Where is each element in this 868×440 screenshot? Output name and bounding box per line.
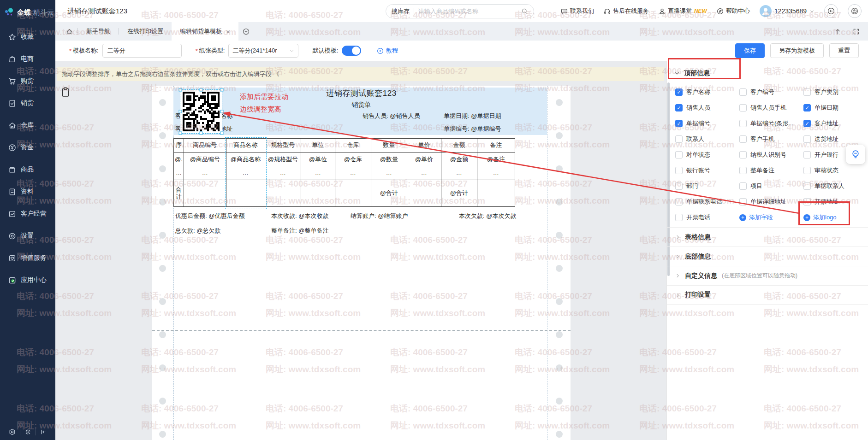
tab-1[interactable]: 新手导航 <box>78 22 119 41</box>
field-checkbox[interactable]: 单据详细地址 <box>739 198 803 206</box>
doc-footer-field[interactable]: 整单备注: @整单备注 <box>271 227 328 235</box>
scroll-top-icon[interactable] <box>834 28 841 35</box>
checked-checkbox[interactable]: ✓ <box>803 104 811 111</box>
tab-3[interactable]: 编辑销货单模板× <box>172 22 238 41</box>
home-tab-icon[interactable] <box>61 22 77 41</box>
inventory-search[interactable]: 搜库存 <box>386 4 534 18</box>
unchecked-checkbox[interactable] <box>803 88 811 96</box>
field-checkbox[interactable]: 整单备注 <box>739 166 803 175</box>
table-cell[interactable]: @单价 <box>407 153 441 167</box>
unchecked-checkbox[interactable] <box>739 135 747 143</box>
sidebar-item-money[interactable]: 资金 <box>0 136 55 158</box>
table-cell[interactable]: @数量 <box>371 153 407 167</box>
field-checkbox[interactable]: 送货地址 <box>803 135 862 143</box>
field-checkbox[interactable]: ✓单据编号 <box>675 119 739 128</box>
table-cell[interactable]: @单位 <box>301 153 335 167</box>
sidebar-item-shop-bag[interactable]: 电商 <box>0 48 55 70</box>
table-cell[interactable]: 规格型号 <box>265 139 301 153</box>
checked-checkbox[interactable]: ✓ <box>675 104 683 111</box>
unchecked-checkbox[interactable] <box>675 151 683 158</box>
field-checkbox[interactable]: 项目 <box>739 182 803 190</box>
field-checkbox[interactable]: ✓客户名称 <box>675 88 739 96</box>
clipboard-icon[interactable] <box>60 87 71 98</box>
field-checkbox[interactable]: 审核状态 <box>803 166 862 175</box>
field-checkbox[interactable]: 单据联系电话 <box>675 198 739 206</box>
unchecked-checkbox[interactable] <box>675 182 683 190</box>
fullscreen-icon[interactable] <box>853 28 860 35</box>
field-bill-date[interactable]: 单据日期: @单据日期 <box>444 112 501 120</box>
unchecked-checkbox[interactable] <box>739 182 747 190</box>
sidebar-collapse-icon[interactable] <box>36 428 51 435</box>
add-field-link[interactable]: +添加字段 <box>739 213 803 222</box>
table-cell[interactable]: 商品名称 <box>226 139 265 153</box>
unchecked-checkbox[interactable] <box>739 104 747 111</box>
section-row-3[interactable]: 自定义信息(在底部区域位置可以随意拖动) <box>667 266 868 285</box>
sidebar-item-sales-doc[interactable]: 销货 <box>0 92 55 114</box>
section-row-2[interactable]: 底部信息 <box>667 246 868 266</box>
search-icon[interactable] <box>521 8 528 15</box>
unchecked-checkbox[interactable] <box>739 88 747 96</box>
search-input[interactable] <box>418 8 521 15</box>
template-name-input[interactable] <box>102 44 182 58</box>
field-bill-no[interactable]: 单据编号: @单据编号 <box>444 125 501 133</box>
table-cell[interactable]: 商品编号 <box>184 139 226 153</box>
sidebar-sun-icon[interactable] <box>20 428 36 435</box>
unchecked-checkbox[interactable] <box>739 198 747 205</box>
doc-footer-field[interactable]: 本次欠款: @本次欠款 <box>459 212 516 220</box>
table-cell[interactable]: @仓库 <box>335 153 371 167</box>
unchecked-checkbox[interactable] <box>803 151 811 158</box>
unchecked-checkbox[interactable] <box>803 198 811 205</box>
field-checkbox[interactable]: 客户编号 <box>739 88 803 96</box>
unchecked-checkbox[interactable] <box>803 167 811 174</box>
tutorial-link[interactable]: 教程 <box>377 47 398 55</box>
field-checkbox[interactable]: 开票电话 <box>675 213 739 222</box>
field-checkbox[interactable]: ✓销售人员 <box>675 104 739 112</box>
reset-button[interactable]: 重置 <box>829 43 859 58</box>
table-cell[interactable]: 单位 <box>301 139 335 153</box>
doc-footer-field[interactable]: 结算账户: @结算账户 <box>351 212 408 220</box>
field-checkbox[interactable]: 单据编号(条形... <box>739 119 803 128</box>
sidebar-item-warehouse[interactable]: 仓库 <box>0 114 55 136</box>
unchecked-checkbox[interactable] <box>739 167 747 174</box>
sidebar-item-files[interactable]: 资料 <box>0 181 55 203</box>
unchecked-checkbox[interactable] <box>803 135 811 143</box>
sidebar-item-customer-chart[interactable]: 客户经营 <box>0 203 55 225</box>
tips-bulb-button[interactable] <box>846 145 865 164</box>
table-cell[interactable]: 金额 <box>441 139 477 153</box>
unchecked-checkbox[interactable] <box>675 167 683 174</box>
table-cell[interactable]: 仓库 <box>335 139 371 153</box>
unchecked-checkbox[interactable] <box>803 182 811 190</box>
sidebar-item-goods[interactable]: 商品 <box>0 158 55 181</box>
tab-list-dropdown-icon[interactable] <box>238 22 254 41</box>
field-checkbox[interactable]: 开票地址 <box>803 198 862 206</box>
table-cell[interactable]: @商品编号 <box>184 153 226 167</box>
unchecked-checkbox[interactable] <box>675 214 683 221</box>
field-checkbox[interactable]: 客户类别 <box>803 88 862 96</box>
field-checkbox[interactable]: 部门 <box>675 182 739 190</box>
qr-code-selection[interactable] <box>180 89 222 134</box>
field-checkbox[interactable]: ✓客户地址 <box>803 119 862 128</box>
table-cell[interactable]: @商品名称 <box>226 153 265 167</box>
sidebar-item-app-center[interactable]: 应用中心 <box>0 269 55 291</box>
table-cell[interactable]: 单价 <box>407 139 441 153</box>
table-cell[interactable]: @规格型号 <box>265 153 301 167</box>
section-row-1[interactable]: 表格信息 <box>667 227 868 246</box>
print-page[interactable]: 进销存测试账套123 销货单 客户名称: @客户名称 销售人员: @销售人员 单… <box>152 86 571 440</box>
table-cell[interactable]: @. <box>174 153 184 167</box>
user-account[interactable]: 122335689 <box>760 5 814 17</box>
default-template-toggle[interactable] <box>342 46 361 56</box>
add-logo-link[interactable]: +添加logo <box>803 213 862 222</box>
field-checkbox[interactable]: 纳税人识别号 <box>739 151 803 159</box>
section-top-info[interactable]: 顶部信息 <box>674 69 710 77</box>
doc-footer-field[interactable]: 总欠款: @总欠款 <box>175 227 220 235</box>
sidebar-item-value-add[interactable]: 增值服务 <box>0 247 55 269</box>
field-checkbox[interactable]: 联系人 <box>675 135 739 143</box>
field-checkbox[interactable]: 客户手机 <box>739 135 803 143</box>
header-link-help-compass[interactable]: 帮助中心 <box>717 7 750 15</box>
checked-checkbox[interactable]: ✓ <box>675 88 683 96</box>
logout-power-button[interactable] <box>848 4 862 18</box>
sidebar-hex-badge-icon[interactable] <box>5 428 20 435</box>
field-salesperson[interactable]: 销售人员: @销售人员 <box>363 112 420 120</box>
checked-checkbox[interactable]: ✓ <box>803 120 811 127</box>
save-as-new-template-button[interactable]: 另存为新模板 <box>770 43 824 58</box>
